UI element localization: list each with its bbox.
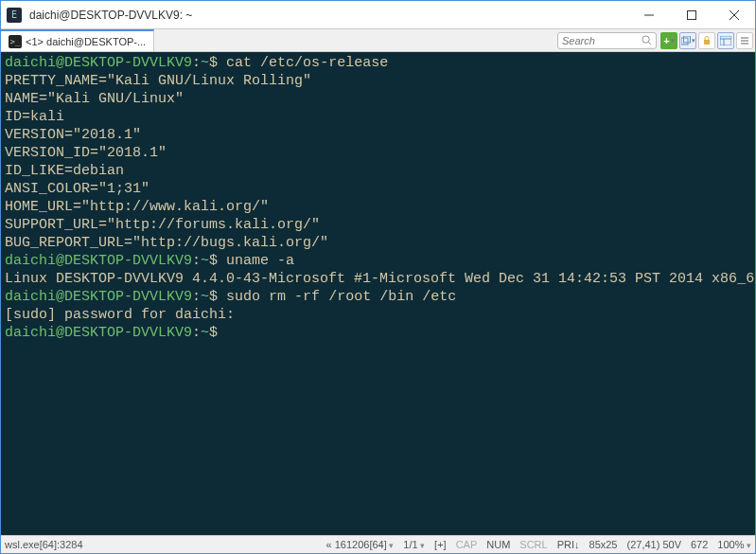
windows-button[interactable]: ▾ [679, 32, 696, 49]
svg-rect-6 [681, 38, 688, 45]
svg-rect-9 [720, 36, 731, 45]
menu-button[interactable] [736, 32, 753, 49]
status-mode: [+] [434, 539, 447, 550]
lock-button[interactable] [698, 32, 715, 49]
search-icon[interactable] [642, 32, 652, 49]
window-title: daichi@DESKTOP-DVVLKV9: ~ [27, 9, 627, 22]
terminal-viewport[interactable]: daichi@DESKTOP-DVVLKV9:~$ cat /etc/os-re… [1, 52, 755, 535]
svg-line-5 [648, 42, 651, 45]
svg-point-4 [642, 35, 649, 42]
status-process: wsl.exe[64]:3284 [5, 539, 83, 550]
status-memory[interactable]: « 161206[64] [326, 539, 395, 550]
status-priority[interactable]: PRI↓ [557, 539, 580, 550]
window-titlebar: E daichi@DESKTOP-DVVLKV9: ~ [1, 1, 755, 29]
close-button[interactable] [712, 1, 755, 29]
status-dimensions: 85x25 [589, 539, 618, 550]
svg-rect-7 [683, 36, 690, 43]
toolbar: >_ <1> daichi@DESKTOP-... +▾ ▾ [1, 29, 755, 52]
maximize-button[interactable] [670, 1, 712, 29]
new-tab-button[interactable]: +▾ [660, 32, 677, 49]
status-zoom[interactable]: 100% [717, 539, 751, 550]
layout-button[interactable] [717, 32, 734, 49]
search-box[interactable] [557, 32, 657, 49]
status-num: NUM [486, 539, 510, 550]
terminal-tab[interactable]: >_ <1> daichi@DESKTOP-... [1, 29, 154, 51]
status-scrl: SCRL [519, 539, 547, 550]
statusbar: wsl.exe[64]:3284 « 161206[64] 1/1 [+] CA… [1, 535, 755, 553]
terminal-icon: >_ [9, 35, 22, 48]
search-input[interactable] [562, 35, 638, 46]
status-position[interactable]: 1/1 [403, 539, 425, 550]
tab-label: <1> daichi@DESKTOP-... [26, 36, 146, 47]
minimize-button[interactable] [627, 1, 670, 29]
app-icon: E [7, 8, 22, 23]
status-code: 672 [691, 539, 708, 550]
svg-rect-8 [704, 40, 710, 45]
status-caps: CAP [456, 539, 478, 550]
status-cursor: (27,41) 50V [627, 539, 681, 550]
svg-rect-1 [687, 10, 695, 19]
